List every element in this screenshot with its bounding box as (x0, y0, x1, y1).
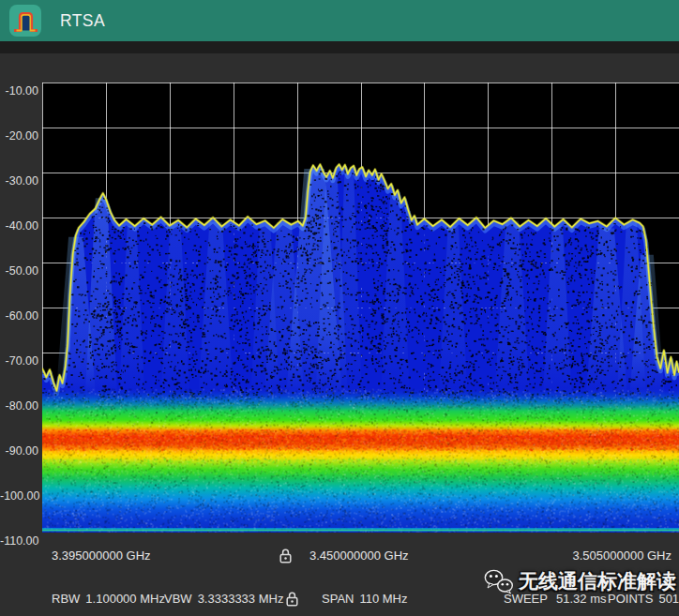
x-axis: 3.395000000 GHz 3.450000000 GHz 3.505000… (0, 548, 679, 564)
y-axis: -10.00-20.00-30.00-40.00-50.00-60.00-70.… (0, 0, 42, 563)
rbw-value: 1.100000 MHz (85, 592, 165, 606)
start-frequency-label[interactable]: 3.395000000 GHz (52, 548, 151, 563)
points-setting[interactable]: POINTS501 (608, 592, 679, 606)
center-frequency-label[interactable]: 3.450000000 GHz (309, 548, 409, 563)
span-label: SPAN (322, 592, 354, 606)
rtsa-window: RTSA -10.00-20.00-30.00-40.00-50.00-60.0… (0, 0, 679, 616)
y-axis-label: -20.00 (0, 129, 38, 143)
y-axis-label: -40.00 (0, 219, 38, 233)
points-value: 501 (658, 592, 679, 606)
app-icon-button[interactable] (9, 5, 41, 37)
vbw-value: 3.3333333 MHz (198, 592, 284, 606)
rbw-label: RBW (52, 592, 80, 606)
status-bar: RBW1.100000 MHz VBW3.3333333 MHz SPAN110… (0, 591, 679, 608)
span-setting[interactable]: SPAN110 MHz (322, 592, 408, 606)
y-axis-label: -70.00 (0, 354, 38, 368)
stop-frequency-label[interactable]: 3.505000000 GHz (572, 548, 671, 563)
spectrum-app-icon (9, 5, 41, 37)
points-label: POINTS (608, 592, 653, 606)
sweep-value: 51.32 ms (556, 592, 606, 606)
y-axis-label: -60.00 (0, 309, 38, 323)
sweep-label[interactable]: SWEEP (504, 592, 548, 606)
center-frequency-lock-icon[interactable] (278, 548, 294, 564)
y-axis-label: -90.00 (0, 444, 38, 458)
y-axis-label: -80.00 (0, 399, 38, 413)
app-title: RTSA (60, 0, 105, 41)
title-bar: RTSA (0, 0, 679, 41)
spectrum-canvas[interactable] (42, 83, 679, 533)
y-axis-label: -50.00 (0, 264, 38, 278)
span-lock-icon[interactable] (284, 591, 300, 608)
y-axis-label: -30.00 (0, 174, 38, 188)
rbw-setting[interactable]: RBW1.100000 MHz (52, 592, 165, 606)
y-axis-label: -110.00 (0, 534, 38, 548)
span-value: 110 MHz (359, 592, 407, 606)
title-bar-divider (0, 41, 679, 53)
y-axis-label: -100.00 (0, 489, 38, 503)
vbw-label: VBW (164, 592, 192, 606)
y-axis-label: -10.00 (0, 84, 38, 98)
vbw-setting[interactable]: VBW3.3333333 MHz (164, 592, 283, 606)
